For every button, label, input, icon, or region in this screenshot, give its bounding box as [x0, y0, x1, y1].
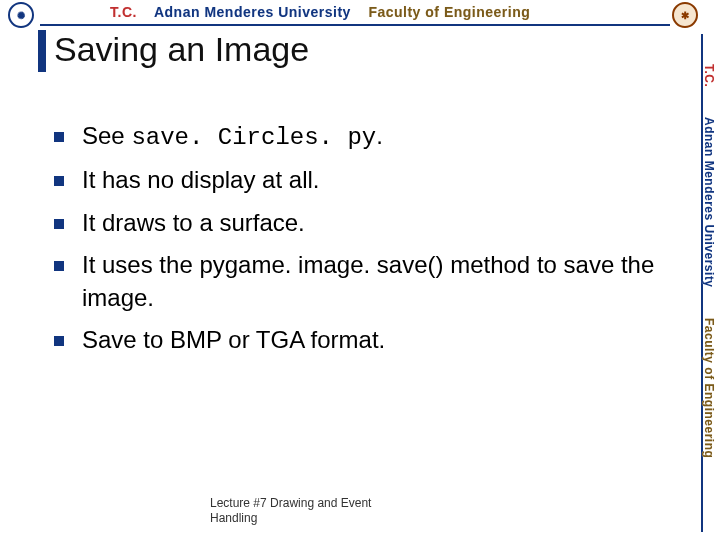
banner-text: T.C. Adnan Menderes University Faculty o… [110, 4, 530, 20]
banner-tc: T.C. [110, 4, 137, 20]
right-banner: T.C. Adnan Menderes University Faculty o… [698, 34, 720, 540]
top-banner: ✺ T.C. Adnan Menderes University Faculty… [0, 0, 720, 32]
page-title: Saving an Image [54, 30, 309, 69]
bullet-text-suffix: . [376, 122, 383, 149]
banner-university: Adnan Menderes University [154, 4, 351, 20]
body: See save. Circles. py. It has no display… [54, 120, 660, 366]
footer-line2: Handling [210, 511, 371, 526]
square-bullet-icon [54, 176, 64, 186]
vbanner-university: Adnan Menderes University [702, 117, 716, 288]
list-item: See save. Circles. py. [54, 120, 660, 154]
university-logo-left-icon: ✺ [8, 2, 34, 28]
list-item: Save to BMP or TGA format. [54, 324, 660, 356]
banner-faculty: Faculty of Engineering [368, 4, 530, 20]
faculty-logo-right-icon: ✱ [672, 2, 698, 28]
bullet-text: It uses the pygame. image. save() method… [82, 251, 654, 310]
footer-line1: Lecture #7 Drawing and Event [210, 496, 371, 511]
square-bullet-icon [54, 132, 64, 142]
square-bullet-icon [54, 261, 64, 271]
bullet-code: save. Circles. py [131, 124, 376, 151]
list-item: It draws to a surface. [54, 207, 660, 239]
bullet-text: It has no display at all. [82, 166, 319, 193]
footer: Lecture #7 Drawing and Event Handling [210, 496, 371, 526]
list-item: It has no display at all. [54, 164, 660, 196]
bullet-text: It draws to a surface. [82, 209, 305, 236]
bullet-text: Save to BMP or TGA format. [82, 326, 385, 353]
vbanner-tc: T.C. [702, 64, 716, 87]
list-item: It uses the pygame. image. save() method… [54, 249, 660, 314]
title-accent-bar [38, 30, 46, 72]
square-bullet-icon [54, 336, 64, 346]
bullet-text-prefix: See [82, 122, 131, 149]
banner-rule [40, 24, 670, 26]
square-bullet-icon [54, 219, 64, 229]
vbanner-faculty: Faculty of Engineering [702, 318, 716, 458]
slide: ✺ T.C. Adnan Menderes University Faculty… [0, 0, 720, 540]
